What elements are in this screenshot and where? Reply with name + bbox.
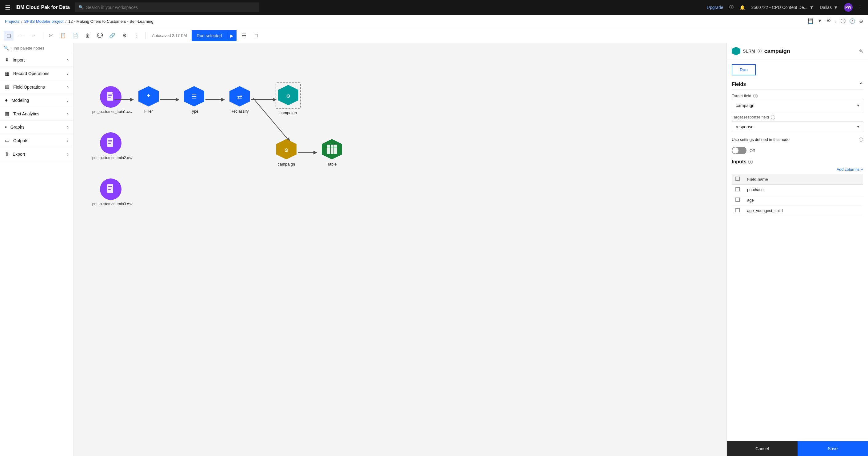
row-checkbox-purchase[interactable] <box>736 187 740 191</box>
chevron-down-icon: › <box>67 111 69 116</box>
fields-section-title: Fields <box>732 82 746 87</box>
app-brand: IBM Cloud Pak for Data <box>16 5 70 10</box>
inputs-info-icon[interactable]: i <box>748 160 753 164</box>
use-settings-toggle[interactable] <box>732 147 746 154</box>
right-panel: SLRM i campaign ✎ Run Fields ⌃ Target fi… <box>726 43 868 456</box>
edit-icon[interactable]: ✎ <box>859 48 863 54</box>
target-response-select-wrapper[interactable]: response ▼ <box>732 121 863 132</box>
link-button[interactable]: 🔗 <box>107 31 117 41</box>
download-icon[interactable]: ↓ <box>835 18 837 25</box>
chevron-down-icon: › <box>67 85 69 90</box>
sidebar-item-outputs[interactable]: ▭ Outputs › <box>0 134 73 147</box>
svg-rect-3 <box>108 97 111 97</box>
node-filler[interactable]: + Filler <box>138 86 159 114</box>
outputs-icon: ▭ <box>5 138 9 143</box>
sidebar-item-text-analytics[interactable]: ▩ Text Analytics › <box>0 107 73 121</box>
account-chip[interactable]: 2560722 - CPD Content De... ▼ <box>751 5 813 10</box>
node-csv3[interactable]: pm_customer_train3.csv <box>92 179 129 206</box>
notifications-icon[interactable]: 🔔 <box>740 5 745 10</box>
breadcrumb-spss[interactable]: SPSS Modeler project <box>24 19 64 24</box>
target-response-select[interactable]: response <box>732 121 863 132</box>
settings-button[interactable]: ⚙ <box>120 31 129 41</box>
view-icon[interactable]: 👁 <box>826 18 831 25</box>
svg-text:⚙: ⚙ <box>284 148 288 153</box>
top-nav-right: Upgrade ⓘ 🔔 2560722 - CPD Content De... … <box>707 3 863 12</box>
delete-button[interactable]: 🗑 <box>83 31 93 41</box>
use-settings-info-icon[interactable]: i <box>859 138 863 142</box>
save-icon[interactable]: 💾 <box>807 18 813 25</box>
target-response-label-row: Target response field i <box>732 115 863 119</box>
sidebar-item-export[interactable]: ⇧ Export › <box>0 147 73 161</box>
table-view-button[interactable]: ☰ <box>239 31 249 41</box>
node-campaign1[interactable]: ⚙ campaign <box>276 83 301 115</box>
node-reclassify[interactable]: ⇄ Reclassify <box>229 86 250 114</box>
apps-icon[interactable]: ⊖ <box>859 18 863 25</box>
undo-button[interactable]: ← <box>16 31 26 41</box>
canvas[interactable]: pm_customer_train1.csv pm_customer_train… <box>74 43 726 456</box>
flow-diagram: pm_customer_train1.csv pm_customer_train… <box>92 68 369 221</box>
sidebar-item-import[interactable]: ⇓ Import › <box>0 53 73 67</box>
run-button[interactable]: Run <box>732 64 756 75</box>
paste-button[interactable]: 📄 <box>70 31 80 41</box>
breadcrumb-projects[interactable]: Projects <box>5 19 20 24</box>
hamburger-menu[interactable]: ☰ <box>5 4 10 11</box>
toolbar-divider2 <box>146 32 146 39</box>
sidebar-item-graphs[interactable]: ▫ Graphs › <box>0 121 73 134</box>
node-csv1-label: pm_customer_train1.csv <box>92 110 129 114</box>
search-icon: 🔍 <box>79 5 84 10</box>
chevron-down-icon: › <box>67 125 69 129</box>
grid-icon[interactable]: ⋮ <box>859 5 863 10</box>
toggle-state-label: Off <box>750 148 755 153</box>
record-ops-icon: ▦ <box>5 70 9 76</box>
sidebar-item-label: Field Operations <box>13 85 45 90</box>
cancel-button[interactable]: Cancel <box>727 441 798 456</box>
global-search[interactable]: 🔍 <box>75 2 259 12</box>
avatar[interactable]: PW <box>844 3 852 12</box>
run-selected-label: Run selected <box>192 30 227 41</box>
save-button[interactable]: Save <box>798 441 868 456</box>
target-field-select-wrapper[interactable]: campaign ▼ <box>732 100 863 111</box>
upgrade-link[interactable]: Upgrade <box>707 5 723 10</box>
node-csv2[interactable]: pm_customer_train2.csv <box>92 132 129 160</box>
info-icon[interactable]: ⓘ <box>841 18 845 25</box>
sidebar-item-field-operations[interactable]: ▤ Field Operations › <box>0 80 73 94</box>
help-icon[interactable]: ⓘ <box>729 5 734 10</box>
node-reclassify-label: Reclassify <box>230 109 249 114</box>
row-checkbox-age-youngest[interactable] <box>736 208 740 212</box>
node-table[interactable]: Table <box>321 139 343 166</box>
palette-search[interactable]: 🔍 <box>0 43 73 53</box>
chevron-down-icon[interactable]: ▼ <box>817 18 822 25</box>
cut-button[interactable]: ✄ <box>46 31 56 41</box>
table-row: age <box>732 195 863 206</box>
chevron-down-icon: › <box>67 138 69 143</box>
node-type-info-icon[interactable]: i <box>757 49 762 53</box>
target-field-info-icon[interactable]: i <box>753 94 757 98</box>
autosave-label: Autosaved 2:17 PM <box>152 33 187 38</box>
redo-button[interactable]: → <box>28 31 38 41</box>
fields-collapse-icon[interactable]: ⌃ <box>859 82 863 87</box>
target-field-select[interactable]: campaign <box>732 100 863 111</box>
run-selected-button[interactable]: Run selected ▶ <box>192 30 237 41</box>
sidebar-item-modeling[interactable]: ● Modeling › <box>0 94 73 107</box>
search-input[interactable] <box>86 5 256 10</box>
sidebar-item-record-operations[interactable]: ▦ Record Operations › <box>0 67 73 80</box>
field-name-age-youngest: age_youngest_child <box>743 206 863 216</box>
target-response-info-icon[interactable]: i <box>771 115 775 119</box>
more-button[interactable]: ⋮ <box>132 31 142 41</box>
row-checkbox-age[interactable] <box>736 197 740 202</box>
chevron-down-icon: › <box>67 71 69 76</box>
run-arrow-icon[interactable]: ▶ <box>227 30 237 41</box>
region-chip[interactable]: Dallas ▼ <box>820 5 838 10</box>
expand-button[interactable]: □ <box>251 31 261 41</box>
modeling-icon: ● <box>5 97 8 103</box>
account-name: 2560722 - CPD Content De... <box>751 5 807 10</box>
node-type[interactable]: ☰ Type <box>183 86 205 114</box>
copy-button[interactable]: 📋 <box>58 31 68 41</box>
comment-button[interactable]: 💬 <box>95 31 105 41</box>
select-all-checkbox[interactable] <box>736 177 740 181</box>
history-icon[interactable]: 🕐 <box>849 18 856 25</box>
add-columns-button[interactable]: Add columns + <box>732 167 863 172</box>
node-campaign2[interactable]: ⚙ campaign <box>276 139 297 166</box>
palette-toggle-button[interactable]: ▢ <box>4 31 13 41</box>
palette-search-input[interactable] <box>11 46 70 51</box>
